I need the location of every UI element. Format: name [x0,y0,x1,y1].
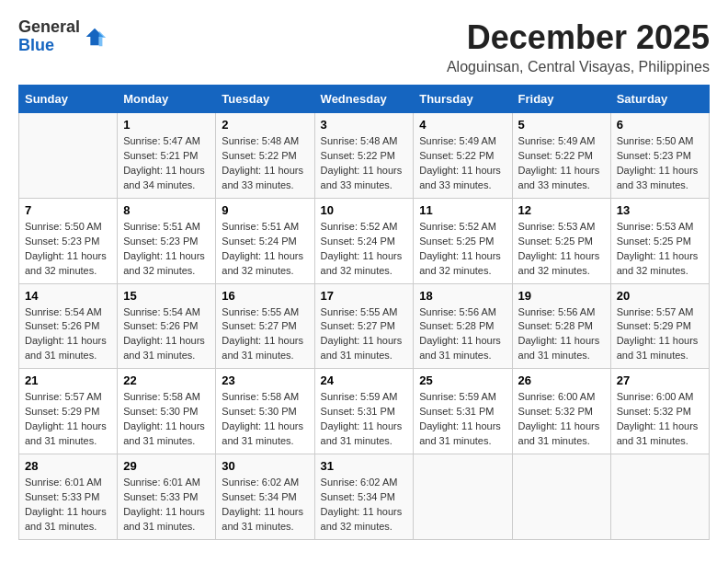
day-number: 3 [321,118,408,132]
page-container: General Blue December 2025 Aloguinsan, C… [18,18,710,540]
day-number: 1 [123,118,210,132]
calendar-cell: 9Sunrise: 5:51 AM Sunset: 5:24 PM Daylig… [216,198,314,283]
calendar-cell [610,454,709,540]
day-number: 30 [222,459,308,473]
day-info: Sunrise: 5:59 AM Sunset: 5:31 PM Dayligh… [419,390,506,449]
title-area: December 2025 Aloguinsan, Central Visaya… [447,18,710,75]
calendar-cell: 16Sunrise: 5:55 AM Sunset: 5:27 PM Dayli… [216,283,314,369]
calendar-cell: 2Sunrise: 5:48 AM Sunset: 5:22 PM Daylig… [216,113,314,199]
day-number: 24 [321,373,408,387]
day-info: Sunrise: 5:56 AM Sunset: 5:28 PM Dayligh… [419,305,506,364]
calendar-header-saturday: Saturday [610,86,709,113]
calendar-header-wednesday: Wednesday [314,86,414,113]
calendar-cell: 31Sunrise: 6:02 AM Sunset: 5:34 PM Dayli… [314,454,414,540]
calendar-cell: 3Sunrise: 5:48 AM Sunset: 5:22 PM Daylig… [314,113,414,199]
logo: General Blue [18,18,108,55]
logo-general: General [18,17,80,36]
day-info: Sunrise: 5:52 AM Sunset: 5:25 PM Dayligh… [419,220,506,279]
calendar-week-3: 14Sunrise: 5:54 AM Sunset: 5:26 PM Dayli… [19,283,710,369]
day-number: 17 [321,289,408,303]
day-number: 8 [123,203,210,217]
day-info: Sunrise: 5:47 AM Sunset: 5:21 PM Dayligh… [123,134,210,193]
calendar-cell: 14Sunrise: 5:54 AM Sunset: 5:26 PM Dayli… [19,283,118,369]
calendar-cell: 30Sunrise: 6:02 AM Sunset: 5:34 PM Dayli… [216,454,314,540]
calendar-cell: 10Sunrise: 5:52 AM Sunset: 5:24 PM Dayli… [314,198,414,283]
calendar-cell: 1Sunrise: 5:47 AM Sunset: 5:21 PM Daylig… [118,113,216,199]
calendar-header-sunday: Sunday [19,86,118,113]
day-number: 15 [123,289,210,303]
day-info: Sunrise: 6:00 AM Sunset: 5:32 PM Dayligh… [617,390,703,449]
calendar-cell: 6Sunrise: 5:50 AM Sunset: 5:23 PM Daylig… [610,113,709,199]
day-number: 28 [25,459,111,473]
day-number: 29 [123,459,210,473]
calendar-cell: 11Sunrise: 5:52 AM Sunset: 5:25 PM Dayli… [414,198,512,283]
day-info: Sunrise: 5:51 AM Sunset: 5:23 PM Dayligh… [123,220,210,279]
day-info: Sunrise: 5:49 AM Sunset: 5:22 PM Dayligh… [518,134,605,193]
calendar-cell: 19Sunrise: 5:56 AM Sunset: 5:28 PM Dayli… [512,283,610,369]
day-number: 10 [321,203,408,217]
day-info: Sunrise: 5:55 AM Sunset: 5:27 PM Dayligh… [321,305,408,364]
logo-blue: Blue [18,36,54,54]
day-info: Sunrise: 5:57 AM Sunset: 5:29 PM Dayligh… [617,305,703,364]
day-info: Sunrise: 5:48 AM Sunset: 5:22 PM Dayligh… [321,134,408,193]
day-info: Sunrise: 5:54 AM Sunset: 5:26 PM Dayligh… [25,305,111,364]
day-number: 23 [222,373,308,387]
day-info: Sunrise: 6:02 AM Sunset: 5:34 PM Dayligh… [222,476,308,534]
day-number: 21 [25,373,111,387]
day-info: Sunrise: 5:59 AM Sunset: 5:31 PM Dayligh… [321,390,408,449]
day-info: Sunrise: 6:01 AM Sunset: 5:33 PM Dayligh… [123,476,210,534]
day-info: Sunrise: 5:53 AM Sunset: 5:25 PM Dayligh… [518,220,605,279]
day-number: 12 [518,203,605,217]
day-number: 20 [617,289,703,303]
calendar-week-4: 21Sunrise: 5:57 AM Sunset: 5:29 PM Dayli… [19,369,710,454]
calendar-cell: 22Sunrise: 5:58 AM Sunset: 5:30 PM Dayli… [118,369,216,454]
calendar-cell: 21Sunrise: 5:57 AM Sunset: 5:29 PM Dayli… [19,369,118,454]
calendar-week-1: 1Sunrise: 5:47 AM Sunset: 5:21 PM Daylig… [19,113,710,199]
calendar-cell: 4Sunrise: 5:49 AM Sunset: 5:22 PM Daylig… [414,113,512,199]
day-info: Sunrise: 5:54 AM Sunset: 5:26 PM Dayligh… [123,305,210,364]
day-info: Sunrise: 5:48 AM Sunset: 5:22 PM Dayligh… [222,134,308,193]
day-info: Sunrise: 5:52 AM Sunset: 5:24 PM Dayligh… [321,220,408,279]
day-number: 11 [419,203,506,217]
calendar-week-2: 7Sunrise: 5:50 AM Sunset: 5:23 PM Daylig… [19,198,710,283]
calendar-cell: 8Sunrise: 5:51 AM Sunset: 5:23 PM Daylig… [118,198,216,283]
day-info: Sunrise: 5:58 AM Sunset: 5:30 PM Dayligh… [222,390,308,449]
day-number: 19 [518,289,605,303]
day-number: 13 [617,203,703,217]
calendar-cell: 12Sunrise: 5:53 AM Sunset: 5:25 PM Dayli… [512,198,610,283]
day-number: 9 [222,203,308,217]
calendar-cell: 25Sunrise: 5:59 AM Sunset: 5:31 PM Dayli… [414,369,512,454]
main-title: December 2025 [447,18,710,57]
day-number: 6 [617,118,703,132]
calendar-cell: 18Sunrise: 5:56 AM Sunset: 5:28 PM Dayli… [414,283,512,369]
day-number: 26 [518,373,605,387]
day-number: 16 [222,289,308,303]
calendar-cell: 13Sunrise: 5:53 AM Sunset: 5:25 PM Dayli… [610,198,709,283]
calendar-cell: 20Sunrise: 5:57 AM Sunset: 5:29 PM Dayli… [610,283,709,369]
header: General Blue December 2025 Aloguinsan, C… [18,18,710,75]
logo-text: General Blue [18,18,80,55]
calendar-week-5: 28Sunrise: 6:01 AM Sunset: 5:33 PM Dayli… [19,454,710,540]
calendar-header-thursday: Thursday [414,86,512,113]
day-info: Sunrise: 6:01 AM Sunset: 5:33 PM Dayligh… [25,476,111,534]
day-number: 2 [222,118,308,132]
day-number: 18 [419,289,506,303]
calendar-cell: 24Sunrise: 5:59 AM Sunset: 5:31 PM Dayli… [314,369,414,454]
day-number: 27 [617,373,703,387]
day-info: Sunrise: 5:51 AM Sunset: 5:24 PM Dayligh… [222,220,308,279]
day-info: Sunrise: 5:50 AM Sunset: 5:23 PM Dayligh… [25,220,111,279]
calendar-table: SundayMondayTuesdayWednesdayThursdayFrid… [18,85,710,540]
calendar-cell [512,454,610,540]
subtitle: Aloguinsan, Central Visayas, Philippines [447,59,710,75]
calendar-cell: 23Sunrise: 5:58 AM Sunset: 5:30 PM Dayli… [216,369,314,454]
day-number: 5 [518,118,605,132]
day-number: 25 [419,373,506,387]
day-number: 14 [25,289,111,303]
day-info: Sunrise: 5:55 AM Sunset: 5:27 PM Dayligh… [222,305,308,364]
day-info: Sunrise: 5:49 AM Sunset: 5:22 PM Dayligh… [419,134,506,193]
calendar-cell: 29Sunrise: 6:01 AM Sunset: 5:33 PM Dayli… [118,454,216,540]
calendar-header-monday: Monday [118,86,216,113]
day-info: Sunrise: 5:56 AM Sunset: 5:28 PM Dayligh… [518,305,605,364]
calendar-cell [19,113,118,199]
calendar-header-tuesday: Tuesday [216,86,314,113]
